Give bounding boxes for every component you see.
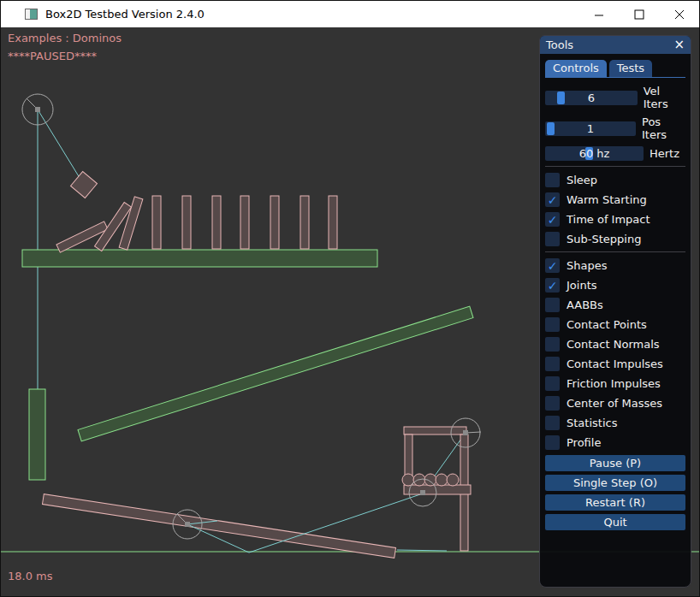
checkbox-empty[interactable]	[545, 416, 560, 430]
checkmark-icon[interactable]: ✓	[545, 278, 560, 293]
checkbox-statistics[interactable]: Statistics	[545, 416, 685, 430]
checkbox-label: Center of Masses	[567, 397, 662, 410]
checkbox-time-of-impact[interactable]: ✓Time of Impact	[545, 212, 685, 227]
pendulum-bob[interactable]	[71, 172, 98, 198]
checkbox-warm-starting[interactable]: ✓Warm Starting	[545, 192, 685, 207]
checkbox-empty[interactable]	[545, 357, 560, 371]
slider-track-hertz[interactable]: 60 hz	[545, 146, 644, 161]
app-window: Box2D Testbed Version 2.4.0	[0, 0, 700, 597]
window-titlebar: Box2D Testbed Version 2.4.0	[1, 1, 699, 27]
tools-panel-titlebar[interactable]: Tools ×	[540, 36, 691, 54]
window-title: Box2D Testbed Version 2.4.0	[45, 8, 205, 21]
checkbox-contact-normals[interactable]: Contact Normals	[545, 337, 685, 352]
checkbox-empty[interactable]	[545, 317, 560, 332]
minimize-button[interactable]	[578, 1, 619, 27]
button-quit[interactable]: Quit	[545, 514, 685, 530]
button-pause-p[interactable]: Pause (P)	[545, 455, 685, 471]
checkbox-joints[interactable]: ✓Joints	[545, 278, 685, 293]
close-button[interactable]	[659, 1, 699, 27]
static-vertical-block	[29, 389, 45, 480]
checkbox-label: Sleep	[567, 174, 597, 186]
dominoes-standing[interactable]	[152, 196, 337, 249]
panel-button-group: Pause (P)Single Step (O)Restart (R)Quit	[545, 455, 685, 530]
checkbox-empty[interactable]	[545, 376, 560, 391]
slider-label: Vel Iters	[644, 85, 685, 110]
checkmark-icon[interactable]: ✓	[545, 192, 560, 207]
seesaw-plank[interactable]	[42, 494, 395, 559]
panel-close-icon[interactable]: ×	[673, 38, 685, 51]
separator	[545, 251, 685, 252]
frame-time-label: 18.0 ms	[8, 570, 53, 582]
checkbox-sub-stepping[interactable]: Sub-Stepping	[545, 232, 685, 246]
checkmark-icon[interactable]: ✓	[545, 212, 560, 227]
checkbox-friction-impulses[interactable]: Friction Impulses	[545, 376, 685, 391]
checkbox-aabbs[interactable]: AABBs	[545, 298, 685, 312]
app-icon	[25, 9, 38, 20]
tabbar: Controls Tests	[545, 60, 685, 78]
checkbox-label: Profile	[567, 436, 601, 449]
checkbox-label: Joints	[567, 279, 597, 292]
static-platform	[22, 250, 377, 267]
checkbox-label: Friction Impulses	[567, 377, 661, 390]
tools-panel-title: Tools	[546, 38, 673, 51]
slider-value: 6	[545, 91, 638, 105]
checkbox-empty[interactable]	[545, 173, 560, 187]
checkbox-label: Contact Impulses	[567, 358, 663, 370]
checkbox-sleep[interactable]: Sleep	[545, 173, 685, 187]
maximize-button[interactable]	[619, 1, 659, 27]
button-single-step-o[interactable]: Single Step (O)	[545, 475, 685, 491]
checkbox-contact-impulses[interactable]: Contact Impulses	[545, 357, 685, 371]
checkbox-center-of-masses[interactable]: Center of Masses	[545, 396, 685, 411]
checkbox-label: Time of Impact	[567, 213, 650, 226]
slider-vel-iters: 6Vel Iters	[545, 85, 685, 110]
slider-value: 1	[545, 121, 636, 136]
checkbox-profile[interactable]: Profile	[545, 435, 685, 450]
slider-pos-iters: 1Pos Iters	[545, 115, 685, 141]
checkbox-label: Contact Normals	[567, 338, 660, 351]
tools-panel: Tools × Controls Tests 6Vel Iters1Pos It…	[539, 35, 691, 588]
slider-hertz: 60 hzHertz	[545, 146, 685, 161]
checkbox-empty[interactable]	[545, 396, 560, 411]
checkbox-group: Sleep✓Warm Starting✓Time of ImpactSub-St…	[545, 173, 685, 450]
checkbox-label: Shapes	[567, 259, 607, 272]
tab-controls[interactable]: Controls	[545, 60, 607, 77]
slider-track-vel-iters[interactable]: 6	[545, 91, 638, 105]
joint-line-pendulum	[38, 109, 84, 185]
maximize-icon	[634, 9, 644, 20]
checkbox-empty[interactable]	[545, 435, 560, 450]
paused-label: ****PAUSED****	[8, 50, 97, 62]
joint-line	[397, 550, 447, 551]
frame-structure[interactable]	[404, 427, 471, 551]
checkbox-empty[interactable]	[545, 298, 560, 312]
checkmark-icon[interactable]: ✓	[545, 258, 560, 273]
slider-label: Hertz	[650, 147, 679, 160]
checkbox-shapes[interactable]: ✓Shapes	[545, 258, 685, 273]
separator	[545, 166, 685, 167]
close-icon	[674, 9, 685, 20]
example-label: Examples : Dominos	[8, 32, 122, 44]
checkbox-label: Sub-Stepping	[567, 233, 641, 245]
slider-value: 60 hz	[545, 146, 644, 161]
checkbox-empty[interactable]	[545, 337, 560, 352]
checkbox-contact-points[interactable]: Contact Points	[545, 317, 685, 332]
slider-label: Pos Iters	[642, 115, 685, 141]
checkbox-label: Warm Starting	[567, 193, 647, 206]
shelf-balls[interactable]	[402, 474, 459, 486]
minimize-icon	[594, 9, 604, 20]
checkbox-label: AABBs	[567, 298, 603, 311]
tab-tests[interactable]: Tests	[609, 60, 652, 77]
checkbox-empty[interactable]	[545, 232, 560, 246]
slider-track-pos-iters[interactable]: 1	[545, 121, 636, 136]
static-angled-plank	[78, 306, 473, 441]
physics-canvas[interactable]: Examples : Dominos ****PAUSED**** 18.0 m…	[1, 27, 700, 597]
checkbox-label: Statistics	[567, 417, 617, 429]
button-restart-r[interactable]: Restart (R)	[545, 494, 685, 511]
checkbox-label: Contact Points	[567, 318, 647, 331]
slider-group: 6Vel Iters1Pos Iters60 hzHertz	[545, 85, 685, 161]
